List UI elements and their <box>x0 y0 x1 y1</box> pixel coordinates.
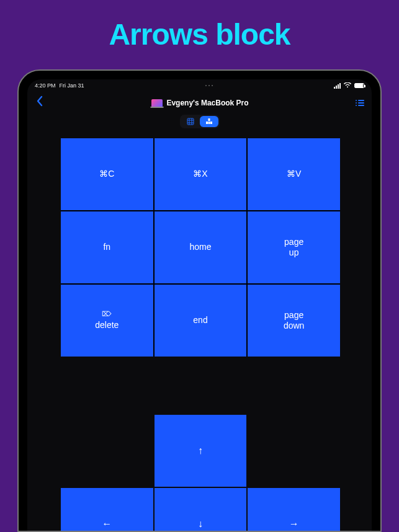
arrow-down-icon: ↓ <box>198 518 203 530</box>
key-delete[interactable]: ⌦ delete <box>61 285 153 357</box>
key-label: end <box>193 315 207 326</box>
svg-rect-1 <box>208 118 210 121</box>
multitask-dots-icon[interactable] <box>205 85 213 86</box>
key-arrow-right[interactable]: → <box>248 488 340 531</box>
status-bar: 4:20 PM Fri Jan 31 <box>27 79 372 92</box>
key-arrow-left[interactable]: ← <box>61 488 153 531</box>
key-cmd-x[interactable]: ⌘X <box>155 138 247 210</box>
wifi-icon <box>344 82 351 89</box>
key-page-up[interactable]: page up <box>248 211 340 283</box>
key-label: home <box>189 242 211 253</box>
svg-rect-3 <box>208 122 210 124</box>
key-label: fn <box>103 242 110 253</box>
svg-rect-2 <box>206 122 208 124</box>
svg-rect-0 <box>187 118 194 125</box>
spacer <box>61 415 153 487</box>
key-page-down[interactable]: page down <box>248 285 340 357</box>
screen: 4:20 PM Fri Jan 31 Evgeny's MacBook Pro <box>27 79 372 531</box>
key-fn[interactable]: fn <box>61 211 153 283</box>
key-label: ⌦ delete <box>95 310 119 330</box>
key-cmd-c[interactable]: ⌘C <box>61 138 153 210</box>
svg-rect-4 <box>210 122 212 124</box>
list-view-button[interactable] <box>354 99 365 107</box>
arrow-left-icon: ← <box>102 518 112 530</box>
layout-segmented-control[interactable] <box>180 115 220 128</box>
key-end[interactable]: end <box>155 285 247 357</box>
key-symbol: ⌦ <box>95 310 119 319</box>
page-title: Arrows block <box>0 17 399 51</box>
layout-option-arrows[interactable] <box>200 116 218 127</box>
arrow-up-icon: ↑ <box>198 445 203 456</box>
layout-option-grid[interactable] <box>181 116 200 127</box>
nav-bar: Evgeny's MacBook Pro <box>27 92 372 112</box>
key-label: ⌘C <box>99 169 114 180</box>
keypad-area: ⌘C ⌘X ⌘V fn home page up ⌦ delete end pa… <box>27 135 372 531</box>
key-arrow-down[interactable]: ↓ <box>155 488 247 531</box>
spacer <box>248 415 340 487</box>
key-label: page down <box>284 310 304 332</box>
arrow-keys: ↑ ← ↓ → <box>61 415 340 531</box>
shortcut-grid: ⌘C ⌘X ⌘V fn home page up ⌦ delete end pa… <box>61 138 340 357</box>
key-cmd-v[interactable]: ⌘V <box>248 138 340 210</box>
key-arrow-up[interactable]: ↑ <box>155 415 247 487</box>
key-label: ⌘V <box>287 169 301 180</box>
key-label: page up <box>284 237 303 259</box>
tablet-frame: 4:20 PM Fri Jan 31 Evgeny's MacBook Pro <box>17 69 382 532</box>
status-date: Fri Jan 31 <box>60 82 84 89</box>
key-home[interactable]: home <box>155 211 247 283</box>
nav-title: Evgeny's MacBook Pro <box>151 99 248 107</box>
key-label: ⌘X <box>193 169 207 180</box>
battery-icon <box>354 83 364 88</box>
device-name-label: Evgeny's MacBook Pro <box>166 99 248 107</box>
cellular-signal-icon <box>334 83 341 89</box>
status-time: 4:20 PM <box>35 82 56 89</box>
key-text: delete <box>95 320 119 330</box>
laptop-icon <box>151 99 163 107</box>
back-button[interactable] <box>34 95 46 110</box>
arrow-right-icon: → <box>289 518 299 530</box>
